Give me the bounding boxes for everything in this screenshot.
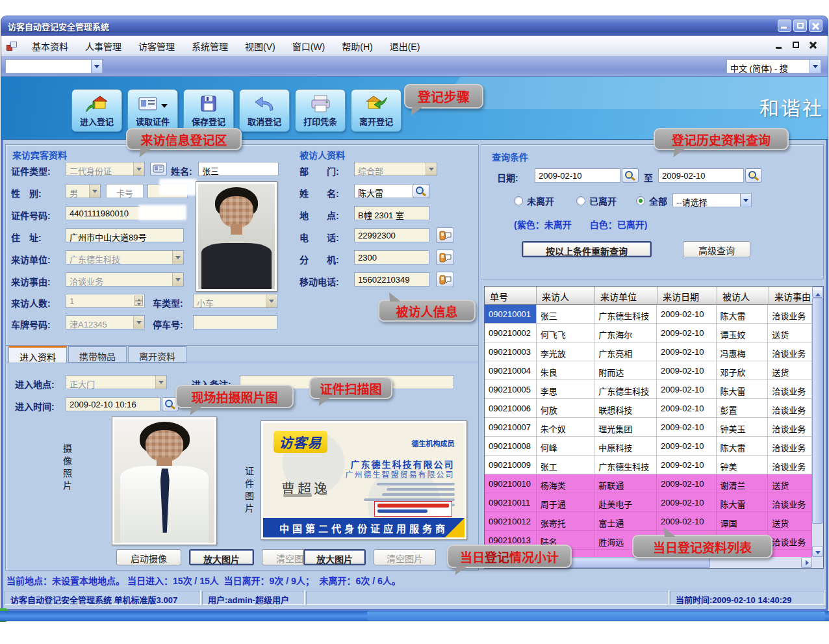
table-cell[interactable]: 洽谈业务: [768, 399, 812, 418]
table-cell[interactable]: 联想科技: [594, 399, 657, 418]
date-from-input[interactable]: 2009-02-10: [535, 168, 620, 183]
zoom-card-button[interactable]: 放大图片: [303, 549, 366, 565]
mobile-input[interactable]: 15602210349: [354, 272, 429, 287]
language-bar-select[interactable]: 中文 (简体) - 搜: [726, 59, 821, 73]
v-scrollbar[interactable]: [812, 287, 823, 557]
menu-item-help[interactable]: 帮助(H): [333, 36, 381, 56]
table-cell[interactable]: 李思: [537, 380, 595, 399]
table-row[interactable]: 090210010杨海类新联通2009-02-10谢清兰送货: [485, 474, 812, 493]
table-cell[interactable]: 周于通: [537, 493, 595, 512]
table-row[interactable]: 090210009张工广东德生科技2009-02-10钟美洽谈业务: [485, 456, 812, 474]
table-cell[interactable]: 090210006: [485, 399, 537, 418]
chevron-down-icon[interactable]: [810, 60, 821, 73]
zoom-photo-button[interactable]: 放大图片: [189, 549, 254, 565]
requery-button[interactable]: 按以上条件重新查询: [522, 241, 652, 257]
minimize-button[interactable]: [778, 19, 791, 32]
table-cell[interactable]: 朱个奴: [537, 418, 595, 437]
date-to-input[interactable]: 2009-02-10: [658, 168, 744, 183]
table-row[interactable]: 090210007朱个奴理光集团2009-02-10钟美玉洽谈业务: [485, 418, 812, 437]
table-cell[interactable]: 杨海类: [537, 474, 595, 493]
table-cell[interactable]: 090210007: [485, 418, 537, 437]
table-cell[interactable]: 090210002: [485, 324, 537, 342]
radio-not-left[interactable]: 未离开: [514, 194, 554, 207]
table-cell[interactable]: 何放: [537, 399, 595, 418]
table-row[interactable]: 090210001张三广东德生科技2009-02-10陈大雷洽谈业务: [485, 305, 812, 324]
table-cell[interactable]: 090210004: [485, 361, 537, 380]
quick-select-combobox[interactable]: [5, 59, 103, 73]
visitor-name-input[interactable]: 张三: [198, 162, 279, 176]
address-input[interactable]: 广州市中山大道89号: [66, 228, 184, 242]
table-cell[interactable]: 富士通: [594, 512, 657, 531]
table-row[interactable]: 090210006何放联想科技2009-02-10彭置洽谈业务: [485, 399, 812, 418]
toolbar-button-save-register[interactable]: 保存登记: [183, 89, 234, 132]
table-cell[interactable]: 洽谈业务: [768, 550, 812, 557]
table-cell[interactable]: 090210005: [485, 380, 537, 399]
toolbar-button-enter-register[interactable]: 进入登记: [71, 89, 122, 132]
table-cell[interactable]: 附而达: [594, 361, 657, 380]
tab-carried-items[interactable]: 携带物品: [68, 346, 127, 363]
table-cell[interactable]: 广东德生科技: [594, 456, 657, 474]
table-cell[interactable]: 新联通: [594, 474, 657, 493]
table-cell[interactable]: 洽谈业务: [768, 418, 812, 437]
table-cell[interactable]: 2009-02-10: [657, 342, 717, 361]
table-cell[interactable]: 理光集团: [594, 418, 657, 437]
scroll-right-button[interactable]: [801, 557, 812, 568]
ext-input[interactable]: 2300: [354, 250, 429, 264]
table-cell[interactable]: 洽谈业务: [768, 493, 812, 512]
table-cell[interactable]: 2009-02-10: [657, 361, 717, 380]
toolbar-button-read-card[interactable]: 读取证件: [127, 89, 178, 132]
close-button[interactable]: [809, 19, 823, 32]
table-cell[interactable]: 广东亮相: [594, 342, 657, 361]
advanced-query-button[interactable]: 高级查询: [683, 241, 750, 257]
table-header-cell[interactable]: 被访人: [717, 287, 769, 305]
spinner-up-icon[interactable]: [134, 296, 143, 301]
reason-select[interactable]: 洽谈业务: [66, 272, 184, 287]
menu-item-window[interactable]: 窗口(W): [284, 36, 334, 56]
table-cell[interactable]: 赴美电子: [594, 493, 657, 512]
table-cell[interactable]: 送货: [768, 512, 812, 531]
scroll-up-button[interactable]: [812, 287, 823, 298]
table-cell[interactable]: 2009-02-10: [657, 305, 717, 324]
parking-input[interactable]: [193, 315, 277, 329]
table-cell[interactable]: 张三: [537, 305, 595, 324]
vehicle-type-select[interactable]: 小车: [193, 294, 277, 308]
table-row[interactable]: 090210008何峰中原科技2009-02-10陈大雷洽谈业务: [485, 437, 812, 456]
tab-enter-info[interactable]: 进入资料: [8, 346, 67, 363]
table-cell[interactable]: 送货: [768, 474, 812, 493]
table-cell[interactable]: 广东德生科技: [594, 380, 657, 399]
enter-place-select[interactable]: 正大门: [66, 375, 167, 389]
table-header-cell[interactable]: 来访日期: [657, 287, 717, 305]
cert-type-select[interactable]: 二代身份证: [66, 162, 145, 176]
chevron-down-icon[interactable]: [91, 60, 102, 73]
table-row[interactable]: 090210002何飞飞广东海尔2009-02-10谭玉姣送货: [485, 324, 812, 342]
taskbar[interactable]: [0, 611, 829, 621]
plate-select[interactable]: 津A12345: [66, 315, 145, 329]
table-row[interactable]: 090210011周于通赴美电子2009-02-10陈大雷洽谈业务: [485, 493, 812, 512]
table-cell[interactable]: 广东德生科技: [594, 305, 657, 324]
card-reader-button[interactable]: [150, 162, 167, 176]
table-cell[interactable]: 陈大雷: [717, 493, 769, 512]
table-cell[interactable]: 送货: [768, 361, 812, 380]
child-restore-button[interactable]: [791, 40, 802, 50]
table-cell[interactable]: 洽谈业务: [768, 437, 812, 456]
toolbar-button-leave-register[interactable]: 离开登记: [351, 89, 402, 132]
call-mobile-button[interactable]: [436, 272, 454, 287]
menu-item-basic-data[interactable]: 基本资料: [23, 36, 77, 56]
radio-all[interactable]: 全部: [636, 194, 667, 207]
clear-card-button[interactable]: 清空图片: [374, 549, 436, 565]
tab-leave-info[interactable]: 离开资料: [128, 346, 186, 363]
spinner-down-icon[interactable]: [134, 301, 143, 306]
table-cell[interactable]: 送货: [768, 324, 812, 342]
card-no-box[interactable]: 卡号: [106, 184, 144, 198]
table-cell[interactable]: 朱良: [537, 361, 595, 380]
table-cell[interactable]: 090210011: [485, 493, 537, 512]
table-cell[interactable]: 090210008: [485, 437, 537, 456]
table-header-cell[interactable]: 来访事由: [769, 287, 813, 305]
table-cell[interactable]: 谭玉姣: [717, 324, 769, 342]
table-cell[interactable]: 090210003: [485, 342, 537, 361]
table-cell[interactable]: 洽谈业务: [768, 342, 812, 361]
company-select[interactable]: 广东德生科技: [66, 250, 184, 264]
table-cell[interactable]: 2009-02-10: [657, 418, 717, 437]
table-cell[interactable]: 2009-02-10: [657, 474, 717, 493]
dept-select[interactable]: 综合部: [354, 162, 437, 176]
